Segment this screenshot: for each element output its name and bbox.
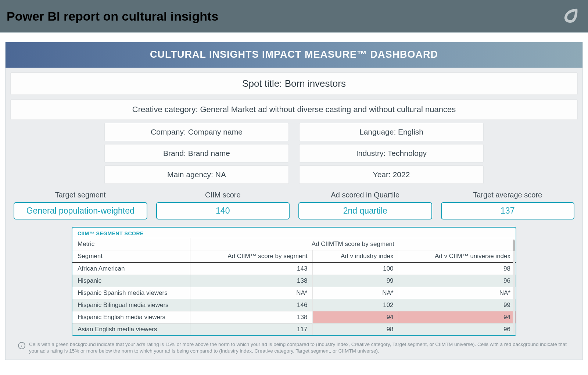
- segment-name-cell: Hispanic Bilingual media viewers: [72, 299, 190, 311]
- meta-row-1: Company: Company name Language: English: [6, 123, 582, 141]
- table-row: African American14310098: [72, 262, 516, 275]
- data-cell: 94: [313, 311, 399, 324]
- segment-header-cell: Segment: [72, 250, 190, 263]
- data-cell: 96: [399, 324, 516, 336]
- score-value: 137: [441, 202, 575, 219]
- leaf-logo-icon: [560, 5, 581, 28]
- score-value: 2nd quartile: [298, 202, 432, 219]
- spot-title-card: Spot title: Born investors: [11, 73, 577, 94]
- score-target-segment: Target segment General population-weight…: [14, 191, 147, 219]
- table-title: CIIM™ SEGMENT SCORE: [72, 230, 516, 238]
- year-card: Year: 2022: [300, 166, 483, 183]
- info-icon: i: [18, 342, 25, 349]
- segment-table: Metric Ad CIIMTM score by segment Segmen…: [72, 238, 516, 335]
- segment-name-cell: African American: [72, 262, 190, 275]
- score-value: 140: [156, 202, 290, 219]
- column-header-row: Segment Ad CIIM™ score by segment Ad v i…: [72, 250, 516, 263]
- metric-label-cell: Metric: [72, 238, 190, 250]
- metric-header-row: Metric Ad CIIMTM score by segment: [72, 238, 516, 250]
- page-title: Power BI report on cultural insights: [7, 9, 218, 24]
- creative-category-card: Creative category: General Market ad wit…: [11, 100, 577, 119]
- segment-name-cell: Asian English media viewers: [72, 324, 190, 336]
- score-label: Target average score: [441, 191, 575, 199]
- table-row: Hispanic Spanish media viewersNA*NA*NA*: [72, 287, 516, 299]
- data-cell: 138: [190, 275, 313, 287]
- table-row: Asian English media viewers1179896: [72, 324, 516, 336]
- data-cell: NA*: [313, 287, 399, 299]
- data-cell: 98: [399, 262, 516, 275]
- data-cell: 98: [313, 324, 399, 336]
- data-cell: NA*: [190, 287, 313, 299]
- footnote-text: Cells with a green background indicate t…: [29, 341, 570, 354]
- data-cell: 138: [190, 311, 313, 324]
- col-header: Ad CIIM™ score by segment: [190, 250, 313, 263]
- meta-row-3: Main agency: NA Year: 2022: [6, 166, 582, 183]
- table-row: Hispanic1389996: [72, 275, 516, 287]
- score-ciim: CIIM score 140: [156, 191, 290, 219]
- table-scrollbar[interactable]: [513, 239, 515, 334]
- data-cell: 96: [399, 275, 516, 287]
- data-cell: NA*: [399, 287, 516, 299]
- score-quartile: Ad scored in Quartile 2nd quartile: [298, 191, 432, 219]
- col-header: Ad v industry index: [313, 250, 399, 263]
- company-card: Company: Company name: [105, 123, 288, 141]
- data-cell: 102: [313, 299, 399, 311]
- segment-name-cell: Hispanic Spanish media viewers: [72, 287, 190, 299]
- table-row: Hispanic Bilingual media viewers14610299: [72, 299, 516, 311]
- data-cell: 146: [190, 299, 313, 311]
- score-value: General population-weighted: [14, 202, 147, 219]
- agency-card: Main agency: NA: [105, 166, 288, 183]
- segment-score-table: CIIM™ SEGMENT SCORE Metric Ad CIIMTM sco…: [72, 227, 516, 336]
- dashboard-container: CULTURAL INSIGHTS IMPACT MEASURE™ DASHBO…: [5, 42, 583, 360]
- dashboard-title: CULTURAL INSIGHTS IMPACT MEASURE™ DASHBO…: [6, 42, 582, 68]
- industry-card: Industry: Technology: [300, 144, 483, 162]
- data-cell: 94: [399, 311, 516, 324]
- table-row: Hispanic English media viewers1389494: [72, 311, 516, 324]
- data-cell: 117: [190, 324, 313, 336]
- segment-name-cell: Hispanic: [72, 275, 190, 287]
- score-target-avg: Target average score 137: [441, 191, 575, 219]
- footnote: i Cells with a green background indicate…: [6, 339, 582, 357]
- score-cards-row: Target segment General population-weight…: [6, 183, 582, 223]
- score-label: CIIM score: [156, 191, 290, 199]
- metric-group-cell: Ad CIIMTM score by segment: [190, 238, 516, 250]
- segment-name-cell: Hispanic English media viewers: [72, 311, 190, 324]
- page-header: Power BI report on cultural insights: [0, 0, 588, 33]
- data-cell: 99: [399, 299, 516, 311]
- language-card: Language: English: [300, 123, 483, 141]
- brand-card: Brand: Brand name: [105, 144, 288, 162]
- meta-row-2: Brand: Brand name Industry: Technology: [6, 144, 582, 162]
- score-label: Target segment: [14, 191, 147, 199]
- col-header: Ad v CIIM™ universe index: [399, 250, 516, 263]
- data-cell: 99: [313, 275, 399, 287]
- score-label: Ad scored in Quartile: [298, 191, 432, 199]
- data-cell: 100: [313, 262, 399, 275]
- data-cell: 143: [190, 262, 313, 275]
